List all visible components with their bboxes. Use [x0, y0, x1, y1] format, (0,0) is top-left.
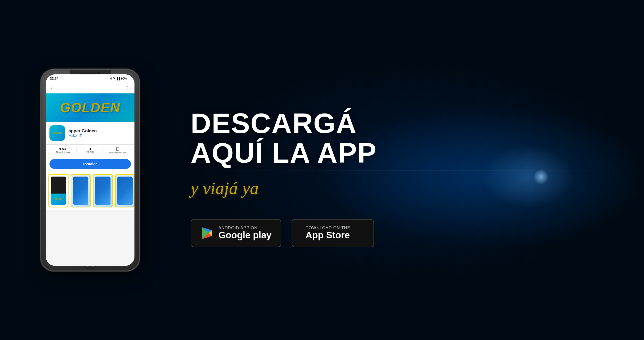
- google-play-button[interactable]: ANDROID APP ON Google play: [191, 219, 281, 247]
- install-section: Instalar: [46, 156, 134, 171]
- content-section: DESCARGÁ AQUÍ LA APP y viajá ya ANDROID …: [160, 0, 644, 340]
- title-line-1: DESCARGÁ: [191, 108, 377, 138]
- google-play-top-text: ANDROID APP ON: [218, 226, 272, 230]
- install-button[interactable]: Instalar: [49, 159, 131, 169]
- screenshot-content-2: [73, 177, 88, 205]
- screenshot-inner-4: [117, 177, 133, 205]
- phone-mockup: 22:34 N ⊙ ▐▐ 90% ▭ ← ⋮ GOLDEN: [41, 70, 139, 271]
- screenshot-2: [71, 174, 91, 207]
- rating-label: 49 opiniones: [49, 151, 77, 154]
- app-info: GOLDEN apper Golden Maker IT: [46, 122, 134, 144]
- app-store-top-text: Download on the: [306, 226, 350, 230]
- google-play-text: ANDROID APP ON Google play: [218, 226, 272, 240]
- battery-icon: ▭: [128, 77, 130, 80]
- app-stats: 3.6★ 49 opiniones ⬇ 27 MB E Apto para to…: [46, 144, 134, 156]
- wifi-icon: ⊙: [113, 77, 115, 80]
- app-name: apper Golden: [69, 128, 97, 134]
- size-icon: ⬇: [77, 147, 104, 151]
- size-value: 27 MB: [77, 151, 104, 154]
- app-developer: Maker IT: [69, 134, 97, 137]
- app-icon: GOLDEN: [49, 125, 65, 141]
- screenshot-1: GOLDEN: [48, 174, 69, 207]
- back-button[interactable]: ←: [50, 85, 55, 91]
- signal-icon: ▐▐: [116, 77, 120, 80]
- rating-e-icon: E: [104, 147, 131, 152]
- screenshot-4: [115, 174, 134, 207]
- screenshot-inner-1: GOLDEN: [51, 177, 66, 205]
- phone-screen: 22:34 N ⊙ ▐▐ 90% ▭ ← ⋮ GOLDEN: [46, 74, 134, 266]
- google-play-main-text: Google play: [218, 230, 272, 240]
- battery-text: 90%: [121, 77, 127, 80]
- stat-rating: 3.6★ 49 opiniones: [49, 147, 77, 154]
- screenshot-3: [93, 174, 113, 207]
- app-banner: GOLDEN: [46, 93, 134, 122]
- nfc-icon: N: [109, 77, 112, 80]
- screenshot-inner-2: [73, 177, 88, 205]
- rating-value: 3.6★: [49, 147, 77, 151]
- google-play-icon: [200, 226, 214, 240]
- banner-text: GOLDEN: [60, 100, 120, 115]
- screenshots-section: GOLDEN: [46, 171, 134, 210]
- rating-e-label: Apto para todo púl: [104, 152, 131, 154]
- store-buttons: ANDROID APP ON Google play Download on t…: [191, 219, 374, 247]
- subtitle: y viajá ya: [191, 178, 259, 198]
- stat-rating-e: E Apto para todo púl: [104, 147, 131, 154]
- phone-section: 22:34 N ⊙ ▐▐ 90% ▭ ← ⋮ GOLDEN: [0, 0, 160, 340]
- app-store-button[interactable]: Download on the App Store: [292, 219, 374, 247]
- status-bar: 22:34 N ⊙ ▐▐ 90% ▭: [46, 74, 134, 83]
- more-button[interactable]: ⋮: [125, 85, 130, 91]
- status-icons: N ⊙ ▐▐ 90% ▭: [109, 77, 130, 80]
- status-time: 22:34: [50, 76, 58, 80]
- main-layout: 22:34 N ⊙ ▐▐ 90% ▭ ← ⋮ GOLDEN: [0, 0, 644, 340]
- app-store-text: Download on the App Store: [306, 226, 350, 240]
- screenshot-content-4: [117, 177, 133, 205]
- main-title: DESCARGÁ AQUÍ LA APP: [191, 108, 377, 168]
- screenshot-content-3: [95, 177, 111, 205]
- app-name-section: apper Golden Maker IT: [69, 128, 97, 137]
- app-icon-text: GOLDEN: [53, 132, 62, 134]
- stat-size: ⬇ 27 MB: [77, 147, 104, 154]
- screenshot-inner-3: [95, 177, 111, 205]
- nav-bar: ← ⋮: [46, 83, 134, 93]
- phone-speaker: [80, 73, 96, 74]
- screenshot-content-1: GOLDEN: [51, 194, 66, 205]
- title-line-2: AQUÍ LA APP: [191, 138, 377, 168]
- app-store-main-text: App Store: [306, 230, 350, 240]
